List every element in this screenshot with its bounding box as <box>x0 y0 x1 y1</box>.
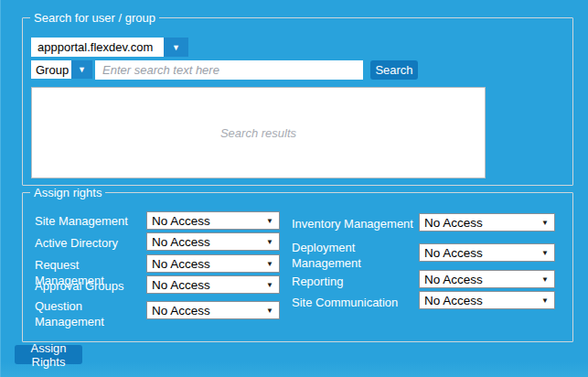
search-results-placeholder: Search results <box>220 126 296 140</box>
select-value: No Access <box>420 273 541 286</box>
field-label-site-communication: Site Communication <box>292 295 415 310</box>
select-inventory-management[interactable]: No Access ▼ <box>419 213 555 232</box>
search-type-combobox-value: Group <box>31 60 71 79</box>
select-value: No Access <box>147 214 266 228</box>
assign-rights-button[interactable]: Assign Rights <box>15 345 82 364</box>
select-value: No Access <box>147 278 266 292</box>
search-groupbox-title: Search for user / group <box>30 11 159 25</box>
search-results-panel[interactable]: Search results <box>31 87 486 178</box>
chevron-down-icon: ▼ <box>266 238 279 246</box>
assign-rights-window: Search for user / group appportal.flexde… <box>0 0 588 377</box>
field-label-inventory-management: Inventory Management <box>292 216 420 232</box>
chevron-down-icon: ▼ <box>541 275 554 284</box>
search-button[interactable]: Search <box>370 60 418 80</box>
chevron-down-icon: ▼ <box>541 296 554 305</box>
field-label-reporting: Reporting <box>292 274 411 289</box>
select-value: No Access <box>147 235 266 249</box>
chevron-down-icon: ▼ <box>172 43 180 52</box>
search-type-combobox[interactable]: Group ▼ <box>31 60 92 79</box>
select-value: No Access <box>420 216 541 230</box>
select-question-management[interactable]: No Access ▼ <box>146 301 280 319</box>
select-site-communication[interactable]: No Access ▼ <box>419 291 555 309</box>
chevron-down-icon: ▼ <box>266 307 279 315</box>
field-label-site-management: Site Management <box>35 213 144 229</box>
select-value: No Access <box>420 294 541 307</box>
select-site-management[interactable]: No Access ▼ <box>146 211 280 230</box>
chevron-down-icon: ▼ <box>541 219 554 227</box>
field-label-approval-groups: Approval Groups <box>35 278 144 294</box>
select-value: No Access <box>147 257 266 271</box>
select-request-management[interactable]: No Access ▼ <box>146 254 280 273</box>
select-active-directory[interactable]: No Access ▼ <box>146 232 280 251</box>
field-label-question-management: Question Management <box>35 298 117 329</box>
select-reporting[interactable]: No Access ▼ <box>419 270 555 288</box>
field-label-deployment-management: Deployment Management <box>292 240 379 271</box>
select-approval-groups[interactable]: No Access ▼ <box>146 275 280 294</box>
select-value: No Access <box>420 246 541 260</box>
chevron-down-icon: ▼ <box>78 65 86 74</box>
assign-rights-groupbox-title: Assign rights <box>30 186 105 199</box>
chevron-down-icon: ▼ <box>266 281 279 289</box>
select-deployment-management[interactable]: No Access ▼ <box>419 243 555 262</box>
domain-combobox[interactable]: appportal.flexdev.com ▼ <box>31 38 188 57</box>
chevron-down-icon: ▼ <box>266 217 279 225</box>
search-type-combobox-dropdown-button[interactable]: ▼ <box>71 60 92 79</box>
domain-combobox-value: appportal.flexdev.com <box>31 38 164 57</box>
domain-combobox-dropdown-button[interactable]: ▼ <box>164 38 188 57</box>
chevron-down-icon: ▼ <box>541 249 554 257</box>
search-input[interactable] <box>95 60 363 80</box>
chevron-down-icon: ▼ <box>266 260 279 268</box>
field-label-active-directory: Active Directory <box>35 235 144 251</box>
select-value: No Access <box>147 304 266 318</box>
